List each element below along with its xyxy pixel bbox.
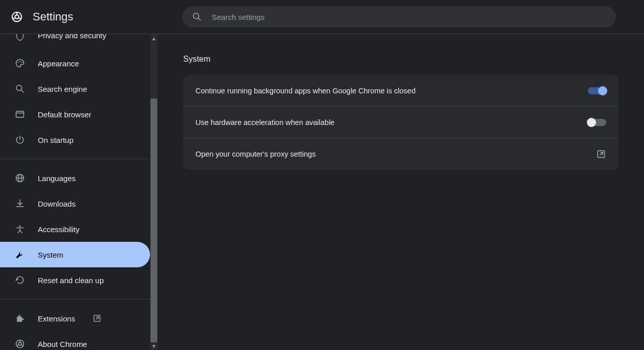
sidebar-item-default[interactable]: Default browser	[0, 102, 150, 127]
row-label: Continue running background apps when Go…	[195, 87, 415, 95]
svg-line-3	[199, 18, 201, 21]
page-title: Settings	[33, 10, 73, 23]
sidebar-item-label: Languages	[38, 174, 76, 183]
open-external-icon	[92, 314, 102, 323]
sidebar-item-label: Reset and clean up	[38, 276, 104, 285]
svg-point-14	[19, 226, 20, 227]
sidebar-item-extensions[interactable]: Extensions	[0, 306, 150, 331]
svg-point-5	[19, 61, 20, 62]
palette-icon	[14, 58, 26, 68]
wrench-icon	[14, 249, 26, 260]
accessibility-icon	[14, 224, 26, 234]
sidebar-item-label: Accessibility	[38, 225, 80, 234]
svg-point-6	[21, 62, 22, 63]
row-hardware-accel[interactable]: Use hardware acceleration when available	[183, 107, 618, 138]
row-background-apps[interactable]: Continue running background apps when Go…	[183, 75, 618, 107]
sidebar-divider	[0, 299, 150, 299]
search-input[interactable]	[212, 13, 607, 21]
sidebar-item-label: Search engine	[38, 85, 87, 93]
sidebar-item-a11y[interactable]: Accessibility	[0, 216, 150, 242]
svg-point-2	[193, 13, 199, 19]
sidebar-item-label: On startup	[38, 136, 73, 144]
svg-point-17	[18, 342, 21, 345]
power-icon	[14, 135, 26, 145]
puzzle-icon	[14, 313, 26, 323]
restore-icon	[14, 275, 26, 285]
header-left: Settings	[11, 10, 182, 23]
row-label: Open your computer's proxy settings	[195, 150, 316, 158]
svg-rect-9	[16, 111, 24, 117]
sidebar-item-downloads[interactable]: Downloads	[0, 191, 150, 216]
sidebar-item-label: Appearance	[38, 59, 79, 68]
sidebar-divider	[0, 159, 150, 159]
sidebar-item-label: Downloads	[38, 199, 76, 208]
toggle-hardware-accel[interactable]	[588, 119, 606, 126]
scroll-down-icon[interactable]: ▼	[150, 342, 158, 350]
sidebar-scrollbar[interactable]: ▲ ▼	[150, 34, 158, 350]
sidebar-item-label: Privacy and security	[38, 34, 106, 40]
svg-point-4	[18, 62, 19, 63]
sidebar-item-label: System	[38, 251, 63, 259]
sidebar-item-system[interactable]: System	[0, 242, 150, 267]
globe-icon	[14, 173, 26, 183]
sidebar: Privacy and securityAppearanceSearch eng…	[0, 34, 150, 350]
row-label: Use hardware acceleration when available	[195, 118, 334, 127]
sidebar-item-privacy[interactable]: Privacy and security	[0, 34, 150, 51]
sidebar-item-label: Extensions	[38, 314, 75, 323]
sidebar-item-search[interactable]: Search engine	[0, 76, 150, 102]
sidebar-item-reset[interactable]: Reset and clean up	[0, 267, 150, 293]
section-title: System	[183, 55, 618, 64]
download-icon	[14, 198, 26, 209]
search-icon	[191, 12, 203, 22]
row-proxy-settings[interactable]: Open your computer's proxy settings	[183, 138, 618, 170]
sidebar-item-about[interactable]: About Chrome	[0, 331, 150, 350]
svg-point-7	[16, 85, 22, 91]
svg-point-1	[15, 15, 18, 18]
search-bar[interactable]	[182, 6, 616, 28]
chrome-logo-icon	[11, 11, 22, 23]
sidebar-item-label: Default browser	[38, 110, 91, 119]
svg-line-8	[21, 90, 24, 93]
settings-card: Continue running background apps when Go…	[183, 75, 618, 170]
scroll-up-icon[interactable]: ▲	[150, 34, 158, 42]
sidebar-item-label: About Chrome	[38, 340, 87, 348]
sidebar-item-startup[interactable]: On startup	[0, 127, 150, 153]
chrome-icon	[14, 339, 26, 349]
shield-icon	[14, 34, 26, 41]
sidebar-item-appearance[interactable]: Appearance	[0, 51, 150, 76]
sidebar-container: Privacy and securityAppearanceSearch eng…	[0, 34, 158, 350]
scroll-thumb[interactable]	[151, 98, 157, 342]
header: Settings	[0, 0, 644, 34]
sidebar-item-languages[interactable]: Languages	[0, 165, 150, 191]
toggle-background-apps[interactable]	[588, 87, 606, 94]
main-content: System Continue running background apps …	[158, 34, 644, 350]
body: Privacy and securityAppearanceSearch eng…	[0, 34, 644, 350]
search-icon	[14, 84, 26, 94]
browser-icon	[14, 109, 26, 119]
open-external-icon	[596, 149, 606, 159]
